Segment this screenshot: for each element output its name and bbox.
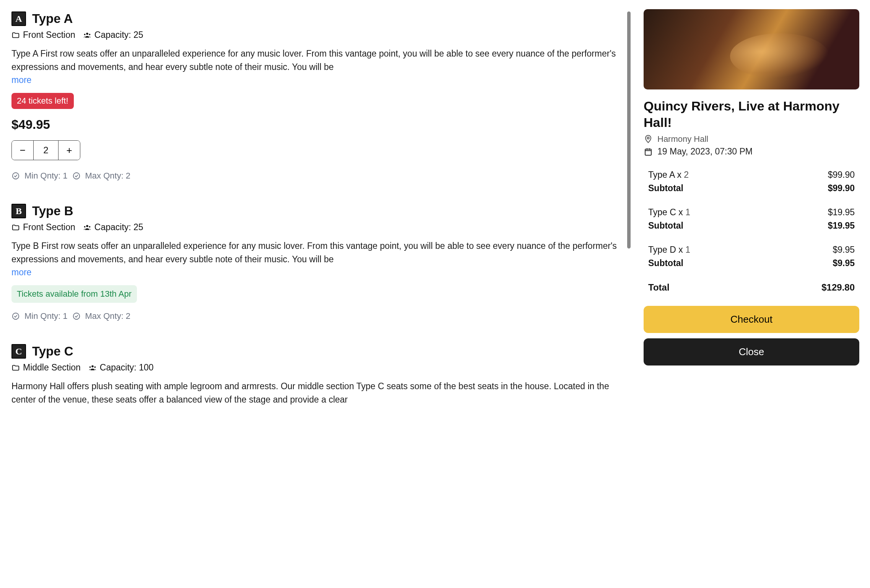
ticket-list: A Type A Front Section Capacity: 25 Type… [0,0,633,588]
svg-point-4 [73,173,80,179]
event-venue: Harmony Hall [657,134,708,144]
groups-icon [88,364,97,372]
svg-point-5 [86,225,88,227]
svg-point-9 [73,313,80,320]
svg-point-0 [86,32,88,35]
qty-decrement-button[interactable]: − [12,141,33,160]
ticket-capacity: 100 [139,362,153,372]
subtotal-label: Subtotal [648,221,683,231]
ticket-name: Type A [32,11,73,26]
svg-point-3 [13,173,19,179]
svg-point-12 [94,366,96,368]
ticket-badge: A [11,11,26,26]
cart-item-qty: 2 [684,170,689,180]
max-qnty-value: 2 [126,311,130,321]
svg-rect-14 [645,149,651,155]
cart-item-amount: $9.95 [833,245,855,255]
subtotal-label: Subtotal [648,183,683,193]
folder-icon [11,223,20,232]
cart-item-label: Type D x [648,245,685,255]
checkout-button[interactable]: Checkout [644,306,859,333]
scrollbar[interactable] [627,11,631,249]
cart-item-qty: 1 [685,207,690,217]
svg-point-6 [84,226,86,227]
svg-point-7 [89,226,90,227]
min-qnty-value: 1 [63,171,67,180]
total-amount: $129.80 [821,282,855,293]
ticket-section: Front Section [23,30,75,40]
cart-item-subtotal: $9.95 [833,258,855,268]
max-qnty-value: 2 [126,171,130,180]
ticket-badge: B [11,204,26,218]
availability-pill: 24 tickets left! [11,93,74,109]
upcoming-pill: Tickets available from 13th Apr [11,285,137,303]
check-circle-icon [11,312,20,320]
cart-item-label: Type A x [648,170,684,180]
min-qnty-label: Min Qnty: [24,171,63,180]
event-title: Quincy Rivers, Live at Harmony Hall! [644,98,859,130]
qty-value: 2 [33,141,59,160]
cart-item-subtotal: $19.95 [828,221,855,231]
cart-item-subtotal: $99.90 [828,183,855,193]
location-icon [644,135,653,144]
capacity-label: Capacity: [100,362,139,372]
qty-increment-button[interactable]: + [59,141,80,160]
svg-point-11 [89,366,91,368]
max-qnty-label: Max Qnty: [85,311,126,321]
quantity-stepper: − 2 + [11,140,80,160]
calendar-icon [644,147,653,156]
check-circle-icon [72,312,81,320]
svg-point-10 [91,365,94,367]
max-qnty-label: Max Qnty: [85,171,126,180]
ticket-description: Type A First row seats offer an unparall… [11,47,621,73]
subtotal-label: Subtotal [648,258,683,268]
folder-icon [11,364,20,372]
ticket-description: Harmony Hall offers plush seating with a… [11,380,621,406]
groups-icon [83,31,91,39]
svg-point-8 [13,313,19,320]
ticket-price: $49.95 [11,117,621,132]
min-qnty-label: Min Qnty: [24,311,63,321]
ticket-badge: C [11,344,26,359]
ticket-description: Type B First row seats offer an unparall… [11,239,621,266]
cart: Type A x 2 $99.90 Subtotal $99.90 Type C… [644,168,859,306]
min-qnty-value: 1 [63,311,67,321]
ticket-capacity: 25 [133,30,143,40]
folder-icon [11,31,20,39]
capacity-label: Capacity: [94,30,133,40]
cart-item-label: Type C x [648,207,685,217]
event-datetime: 19 May, 2023, 07:30 PM [657,146,753,157]
close-button[interactable]: Close [644,338,859,365]
event-image [644,9,859,89]
cart-item-amount: $19.95 [828,207,855,218]
capacity-label: Capacity: [94,222,133,232]
groups-icon [83,223,91,232]
ticket-section: Front Section [23,222,75,232]
svg-point-13 [647,137,649,139]
svg-point-1 [84,34,86,35]
ticket-name: Type C [32,344,73,359]
ticket-block-b: B Type B Front Section Capacity: 25 Type… [11,204,621,321]
ticket-section: Middle Section [23,362,81,373]
ticket-block-a: A Type A Front Section Capacity: 25 Type… [11,11,621,181]
svg-point-2 [89,34,90,35]
ticket-block-c: C Type C Middle Section Capacity: 100 Ha… [11,344,621,406]
cart-item-amount: $99.90 [828,170,855,180]
order-summary: Quincy Rivers, Live at Harmony Hall! Har… [633,0,870,588]
more-link[interactable]: more [11,267,31,278]
cart-item-qty: 1 [685,245,690,255]
check-circle-icon [72,172,81,180]
ticket-name: Type B [32,204,73,218]
more-link[interactable]: more [11,75,31,85]
check-circle-icon [11,172,20,180]
ticket-capacity: 25 [133,222,143,232]
total-label: Total [648,282,670,293]
